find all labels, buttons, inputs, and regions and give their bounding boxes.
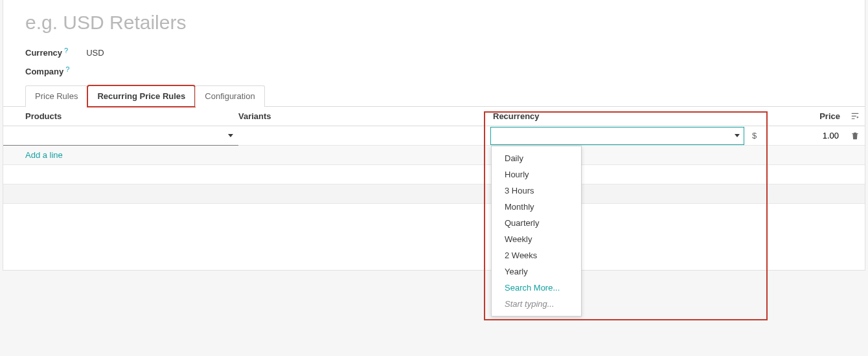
tab-price-rules[interactable]: Price Rules bbox=[25, 85, 87, 107]
recurrency-option[interactable]: Hourly bbox=[492, 166, 581, 183]
currency-help-icon[interactable]: ? bbox=[64, 47, 68, 54]
company-label: Company bbox=[25, 67, 63, 76]
recurrency-cell: DailyHourly3 HoursMonthlyQuarterlyWeekly… bbox=[488, 127, 769, 145]
column-settings-icon[interactable] bbox=[845, 112, 865, 121]
delete-row-icon[interactable] bbox=[845, 131, 865, 140]
tab-configuration[interactable]: Configuration bbox=[195, 85, 264, 107]
page-title: e.g. USD Retailers bbox=[3, 0, 865, 34]
recurrency-option[interactable]: 3 Hours bbox=[492, 183, 581, 199]
col-header-price: Price bbox=[769, 111, 845, 121]
currency-label: Currency bbox=[25, 48, 62, 58]
tab-bar: Price Rules Recurring Price Rules Config… bbox=[3, 85, 865, 107]
company-help-icon[interactable]: ? bbox=[65, 65, 69, 73]
price-input[interactable] bbox=[801, 130, 840, 141]
recurrency-option[interactable]: Daily bbox=[492, 150, 581, 166]
col-header-recurrency: Recurrency bbox=[488, 111, 769, 121]
recurrency-search-more[interactable]: Search More... bbox=[492, 280, 581, 296]
col-header-variants: Variants bbox=[238, 111, 488, 121]
products-select[interactable] bbox=[3, 126, 238, 146]
spacer-row bbox=[3, 204, 865, 231]
price-cell bbox=[769, 130, 845, 141]
currency-symbol: $ bbox=[752, 131, 757, 140]
spacer-row bbox=[3, 165, 865, 184]
table-row: DailyHourly3 HoursMonthlyQuarterlyWeekly… bbox=[3, 126, 865, 146]
form-container: e.g. USD Retailers Currency ? USD Compan… bbox=[3, 0, 865, 271]
caret-down-icon bbox=[228, 134, 233, 137]
spacer-row bbox=[3, 184, 865, 204]
recurrency-option[interactable]: Monthly bbox=[492, 199, 581, 215]
tab-recurring-price-rules[interactable]: Recurring Price Rules bbox=[87, 85, 195, 107]
add-line[interactable]: Add a line bbox=[3, 146, 865, 165]
table-header: Products Variants Recurrency Price bbox=[3, 107, 865, 126]
col-header-products: Products bbox=[3, 111, 238, 121]
recurrency-option[interactable]: Yearly bbox=[492, 263, 581, 280]
recurrency-dropdown: DailyHourly3 HoursMonthlyQuarterlyWeekly… bbox=[491, 146, 582, 317]
recurrency-start-typing-hint: Start typing... bbox=[492, 296, 581, 312]
recurrency-select[interactable]: DailyHourly3 HoursMonthlyQuarterlyWeekly… bbox=[490, 127, 744, 145]
recurrency-option[interactable]: Weekly bbox=[492, 231, 581, 247]
recurrency-input[interactable] bbox=[491, 128, 731, 144]
field-block: Currency ? USD Company ? bbox=[3, 34, 865, 76]
field-row-company: Company ? bbox=[25, 67, 865, 76]
field-row-currency: Currency ? USD bbox=[25, 48, 865, 58]
recurrency-option[interactable]: Quarterly bbox=[492, 215, 581, 231]
currency-value[interactable]: USD bbox=[86, 48, 104, 58]
recurrency-caret-icon[interactable] bbox=[731, 134, 744, 137]
recurrency-option[interactable]: 2 Weeks bbox=[492, 247, 581, 263]
